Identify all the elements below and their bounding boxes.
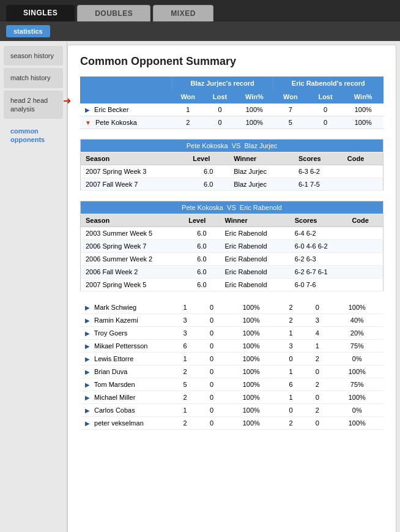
season-cell: 2006 Spring Week 7 (81, 240, 184, 253)
table-row: 2007 Spring Week 3 6.0 Blaz Jurjec 6-3 6… (81, 165, 383, 178)
lost1-cell: 0 (198, 340, 224, 353)
win1-cell: 100% (225, 327, 278, 340)
player-name[interactable]: ▶ Mikael Pettersson (80, 340, 172, 353)
won2-cell: 2 (278, 301, 304, 314)
scores-cell: 6-1 7-5 (294, 178, 343, 191)
table-row: 2006 Summer Week 2 6.0 Eric Rabenold 6-2… (81, 253, 383, 266)
winner-cell: Eric Rabenold (220, 227, 290, 240)
player-name[interactable]: ▶ Carlos Cobas (80, 404, 172, 417)
main-content: Common Opponent Summary Blaz Jurjec's re… (67, 45, 396, 532)
player-name[interactable]: ▶ peter vekselman (80, 417, 172, 430)
sidebar: season history match history head 2 head… (0, 41, 67, 532)
lost1-cell: 0 (198, 391, 224, 404)
winner-cell: Eric Rabenold (220, 240, 290, 253)
won2-cell: 6 (278, 378, 304, 391)
expand-down-icon: ▼ (85, 119, 91, 126)
lost1-cell: 0 (198, 365, 224, 378)
player-name[interactable]: ▶ Brian Duva (80, 365, 172, 378)
won1-cell: 1 (172, 353, 198, 365)
expand-right-icon: ▶ (85, 407, 90, 414)
sidebar-item-match-history[interactable]: match history (4, 68, 63, 88)
player-name[interactable]: ▶ Ramin Kazemi (80, 314, 172, 327)
player-name[interactable]: ▶ Troy Goers (80, 327, 172, 340)
win2-cell: 100% (343, 116, 383, 129)
player-name[interactable]: ▶ Eric Becker (80, 103, 172, 116)
level-cell: 6.0 (183, 253, 220, 266)
table-row: ▼ Pete Kokoska 2 0 100% 5 0 100% (80, 116, 383, 129)
level-cell: 6.0 (188, 178, 229, 191)
col-scores: Scores (294, 152, 343, 165)
won1-cell: 3 (172, 327, 198, 340)
win2-cell: 100% (331, 365, 383, 378)
expand-right-icon: ▶ (85, 394, 90, 401)
won1-cell: 2 (172, 417, 198, 430)
win2-cell: 100% (331, 301, 383, 314)
win1-cell: 100% (225, 391, 278, 404)
expand-right-icon: ▶ (85, 330, 90, 337)
lost2-cell: 4 (304, 327, 330, 340)
pete-vs-blaz-table: Pete Kokoska VS Blaz Jurjec Season Level… (80, 139, 383, 191)
player-name[interactable]: ▼ Pete Kokoska (80, 116, 172, 129)
table-row: 2003 Summer Week 5 6.0 Eric Rabenold 6-4… (81, 227, 383, 240)
tab-doubles[interactable]: DOUBLES (77, 5, 150, 21)
pete-vs-eric-title: Pete Kokoska VS Eric Rabenold (81, 201, 383, 214)
player-label: Eric Becker (94, 106, 128, 113)
lost1-cell: 0 (198, 417, 224, 430)
table-row: 2007 Spring Week 5 6.0 Eric Rabenold 6-0… (81, 279, 383, 291)
table-row: ▶ Tom Marsden 5 0 100% 6 2 75% (80, 378, 383, 391)
sub-tab-bar: statistics (0, 21, 400, 41)
col-winner: Winner (229, 152, 294, 165)
lost1-cell: 0 (198, 404, 224, 417)
won1-cell: 1 (172, 103, 204, 116)
page-title: Common Opponent Summary (80, 55, 383, 68)
player-name[interactable]: ▶ Tom Marsden (80, 378, 172, 391)
player-name[interactable]: ▶ Lewis Ettorre (80, 353, 172, 365)
winner-cell: Eric Rabenold (220, 253, 290, 266)
player-label: peter vekselman (94, 419, 144, 427)
table-row: 2007 Fall Week 7 6.0 Blaz Jurjec 6-1 7-5 (81, 178, 383, 191)
win1-cell: 100% (235, 116, 273, 129)
sidebar-item-common-opponents[interactable]: common opponents (4, 121, 63, 150)
sidebar-item-season-history[interactable]: season history (4, 46, 63, 66)
win2-cell: 0% (331, 353, 383, 365)
lost1-cell: 0 (198, 378, 224, 391)
level-cell: 6.0 (188, 165, 229, 178)
win1-cell: 100% (225, 365, 278, 378)
won1-cell: 1 (172, 301, 198, 314)
scores-cell: 6-0 7-6 (290, 279, 347, 291)
lost2-cell: 0 (304, 417, 330, 430)
pete-vs-blaz-title: Pete Kokoska VS Blaz Jurjec (81, 140, 383, 152)
other-players-section: ▶ Mark Schwieg 1 0 100% 2 0 100% ▶ Ramin… (80, 301, 383, 430)
col-level: Level (188, 152, 229, 165)
won2-cell: 1 (278, 391, 304, 404)
lost2-cell: 2 (304, 404, 330, 417)
win2-cell: 20% (331, 327, 383, 340)
eric-record-header: Eric Rabenold's record (273, 77, 383, 90)
expand-right-icon: ▶ (85, 343, 90, 350)
tab-mixed[interactable]: MIXED (153, 5, 213, 21)
player-name[interactable]: ▶ Michael Miller (80, 391, 172, 404)
scores-cell: 6-0 4-6 6-2 (290, 240, 347, 253)
table-row: 2006 Spring Week 7 6.0 Eric Rabenold 6-0… (81, 240, 383, 253)
tab-statistics[interactable]: statistics (6, 25, 50, 37)
player1-label: Pete Kokoska (187, 142, 228, 149)
lost1-cell: 0 (198, 327, 224, 340)
lost2-cell: 2 (304, 353, 330, 365)
tab-singles[interactable]: SINGLES (6, 5, 75, 21)
lost1-cell: 0 (204, 116, 235, 129)
player-name[interactable]: ▶ Mark Schwieg (80, 301, 172, 314)
level-cell: 6.0 (183, 240, 220, 253)
expand-right-icon: ▶ (85, 304, 90, 311)
win1-cell: 100% (235, 103, 273, 116)
lost2-cell: 0 (304, 301, 330, 314)
sidebar-item-head2head[interactable]: head 2 head analysis ➜ (4, 91, 63, 119)
sidebar-item-label: head 2 head analysis (10, 97, 48, 113)
win1-cell: 100% (225, 417, 278, 430)
lost1-cell: 0 (198, 353, 224, 365)
season-cell: 2007 Fall Week 7 (81, 178, 188, 191)
win2-cell: 100% (331, 391, 383, 404)
level-cell: 6.0 (183, 279, 220, 291)
season-cell: 2003 Summer Week 5 (81, 227, 184, 240)
win1-cell: 100% (225, 314, 278, 327)
win1-cell: 100% (225, 301, 278, 314)
